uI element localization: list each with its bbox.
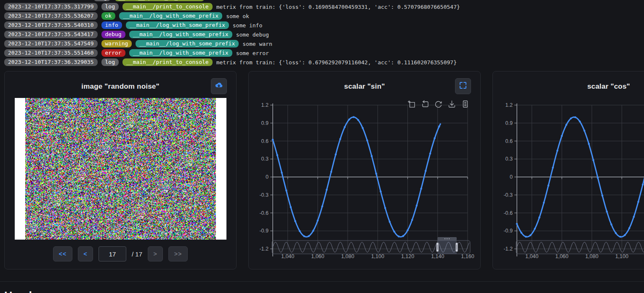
svg-text:1,040: 1,040 <box>525 253 538 259</box>
svg-text:-0.6: -0.6 <box>259 210 269 216</box>
noise-image <box>25 98 216 240</box>
cos-card: scalar "cos" 1.20.90.60.30-0.3-0.6-0.9-1… <box>492 71 644 269</box>
svg-text:1,080: 1,080 <box>585 253 598 259</box>
log-row: 2023-12-10T17:37:35.536207 ok __main__/l… <box>4 12 644 20</box>
svg-text:-1.2: -1.2 <box>259 246 269 252</box>
log-prefix-badge: __main__/print_to_console <box>114 0 205 1</box>
svg-text:1,160: 1,160 <box>461 253 474 259</box>
svg-text:1,120: 1,120 <box>401 253 414 259</box>
log-message: metrix from train: {'loss': 0.6796292079… <box>216 59 457 66</box>
page-number-input[interactable] <box>98 246 126 261</box>
log-level-badge: log <box>93 0 111 1</box>
log-row: 2023-12-10T17:37:35.543417 debug __main_… <box>4 30 644 39</box>
download-chart-icon[interactable] <box>448 100 456 108</box>
svg-text:-0.9: -0.9 <box>503 228 513 234</box>
log-level-badge: ok <box>101 12 116 20</box>
svg-text:1,060: 1,060 <box>555 253 568 259</box>
svg-text:1,100: 1,100 <box>371 253 384 259</box>
log-message: some warn <box>242 41 272 47</box>
log-level-badge: error <box>101 49 125 57</box>
svg-text:1,100: 1,100 <box>615 253 628 259</box>
sin-card-title: scalar "sin" <box>249 71 480 91</box>
log-timestamp: 2023-12-10T17:37:35.543417 <box>4 31 98 38</box>
svg-text:1.2: 1.2 <box>261 102 269 108</box>
log-row: 2023-12-10T17:37:35.547549 warning __mai… <box>4 40 644 48</box>
log-level-badge: log <box>101 3 119 11</box>
svg-text:-0.9: -0.9 <box>259 228 269 234</box>
svg-text:0.3: 0.3 <box>506 156 513 162</box>
image-card-title: image "random noise" <box>5 71 236 91</box>
sin-chart[interactable]: 1.20.90.60.30-0.3-0.6-0.9-1.21,0401,0601… <box>249 99 481 267</box>
sin-card: scalar "sin" <box>248 71 481 269</box>
svg-text:1,140: 1,140 <box>431 253 444 259</box>
log-level-badge: info <box>101 21 122 29</box>
section-divider <box>0 281 644 282</box>
svg-text:1,060: 1,060 <box>311 253 324 259</box>
image-pagination: << < / 17 > >> <box>5 246 236 261</box>
log-timestamp: 2023-12-10T17:37:35.317799 <box>4 3 98 11</box>
download-image-button[interactable] <box>211 78 227 94</box>
log-level-badge: debug <box>101 31 125 38</box>
fullscreen-sin-button[interactable] <box>455 78 471 94</box>
log-row: 2023-12-10T17:37:35.317799 log __main__/… <box>4 3 644 11</box>
restore-refresh-icon[interactable] <box>434 100 442 108</box>
chart-toolbar <box>407 100 469 108</box>
cos-card-title: scalar "cos" <box>493 71 644 91</box>
log-row: 2023-12-10T17:37:36.329035 log __main__/… <box>4 58 644 66</box>
log-prefix-badge: __main__/log_with_some_prefix <box>119 12 222 20</box>
log-prefix-badge: __main__/log_with_some_prefix <box>129 49 232 57</box>
svg-text:-1.2: -1.2 <box>503 246 513 252</box>
last-page-button[interactable]: >> <box>168 246 188 261</box>
zoom-select-icon[interactable] <box>407 100 415 108</box>
log-row: 2023-12-10T17:37:35.551460 error __main_… <box>4 49 644 57</box>
cloud-download-icon <box>214 81 224 92</box>
svg-text:1,040: 1,040 <box>281 253 294 259</box>
svg-text:0: 0 <box>510 174 513 180</box>
zoom-undo-icon[interactable] <box>421 100 429 108</box>
svg-text:-0.3: -0.3 <box>503 192 513 198</box>
log-timestamp: 2023-12-10T17:37:36.329035 <box>4 58 98 66</box>
log-console: log __main__/print_to_console 2023-12-10… <box>0 0 644 70</box>
log-message: some ok <box>226 13 249 19</box>
first-page-button[interactable]: << <box>53 246 72 261</box>
svg-text:-0.6: -0.6 <box>503 210 513 216</box>
log-level-badge: log <box>101 58 119 66</box>
svg-text:1,080: 1,080 <box>341 253 354 259</box>
prev-page-button[interactable]: < <box>78 246 93 261</box>
log-prefix-badge: __main__/print_to_console <box>122 3 213 11</box>
data-view-icon[interactable] <box>461 100 469 108</box>
svg-text:0.6: 0.6 <box>261 138 269 144</box>
log-message: some info <box>233 22 262 29</box>
log-prefix-badge: __main__/print_to_console <box>122 58 213 66</box>
log-timestamp: 2023-12-10T17:37:35.540310 <box>4 21 98 29</box>
svg-text:0.6: 0.6 <box>506 138 513 144</box>
svg-text:1.2: 1.2 <box>506 102 513 108</box>
svg-text:0.3: 0.3 <box>261 156 269 162</box>
svg-text:-0.3: -0.3 <box>259 192 269 198</box>
log-prefix-badge: __main__/log_with_some_prefix <box>129 31 232 38</box>
svg-text:0: 0 <box>266 174 269 180</box>
log-prefix-badge: __main__/log_with_some_prefix <box>136 40 239 48</box>
log-timestamp: 2023-12-10T17:37:35.536207 <box>4 12 98 20</box>
log-message: some error <box>236 50 269 56</box>
cos-chart[interactable]: 1.20.90.60.30-0.3-0.6-0.9-1.21,0401,0601… <box>493 99 644 267</box>
log-timestamp: 2023-12-10T17:37:35.551460 <box>4 49 98 57</box>
next-page-button[interactable]: > <box>148 246 163 261</box>
log-level-badge: warning <box>101 40 132 48</box>
log-row: log __main__/print_to_console <box>4 0 644 2</box>
log-message: some debug <box>236 32 269 38</box>
page-total-label: / 17 <box>132 251 142 258</box>
log-timestamp: 2023-12-10T17:37:35.547549 <box>4 40 98 48</box>
log-prefix-badge: __main__/log_with_some_prefix <box>126 21 229 29</box>
log-row: 2023-12-10T17:37:35.540310 info __main__… <box>4 21 644 29</box>
log-message: metrix from train: {'loss': 0.1690584700… <box>216 4 460 10</box>
svg-text:0.9: 0.9 <box>261 120 269 126</box>
image-frame <box>15 98 226 240</box>
fullscreen-icon <box>459 81 467 91</box>
footer-heading: Head <box>4 290 644 293</box>
svg-text:0.9: 0.9 <box>506 120 513 126</box>
cards-row: image "random noise" << < / 17 > >> scal… <box>0 71 644 269</box>
image-card: image "random noise" << < / 17 > >> <box>4 71 237 269</box>
